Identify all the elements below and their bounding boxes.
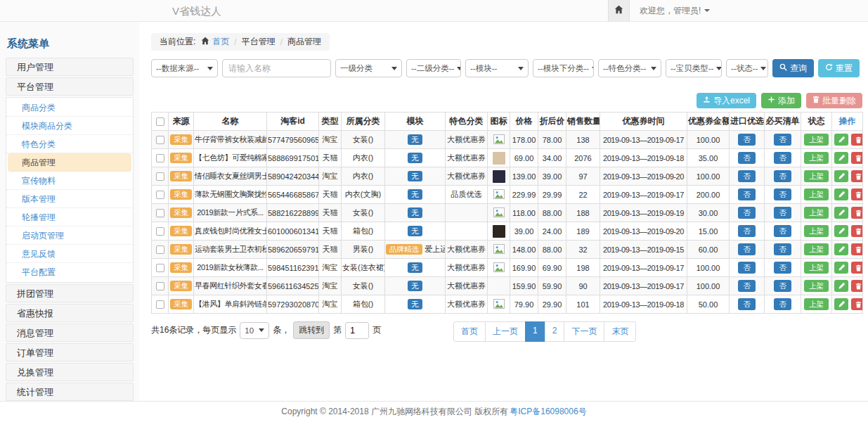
status-badge[interactable]: 上架 xyxy=(804,243,829,256)
icp-link[interactable]: 粤ICP备16098006号 xyxy=(510,406,586,418)
status-badge[interactable]: 上架 xyxy=(804,207,829,219)
edit-button[interactable] xyxy=(834,280,848,292)
edit-button[interactable] xyxy=(834,170,848,182)
edit-button[interactable] xyxy=(834,225,848,237)
delete-button[interactable] xyxy=(851,280,863,292)
import-select-toggle[interactable]: 否 xyxy=(738,243,756,256)
page-button-首页[interactable]: 首页 xyxy=(453,321,486,342)
import-select-toggle[interactable]: 否 xyxy=(738,207,756,219)
delete-button[interactable] xyxy=(851,262,863,274)
reset-button[interactable]: 重置 xyxy=(818,59,860,77)
jump-button[interactable]: 跳转到 xyxy=(293,321,330,339)
sidebar-subitem-平台配置[interactable]: 平台配置 xyxy=(6,263,133,281)
row-checkbox[interactable] xyxy=(156,136,164,144)
status-badge[interactable]: 上架 xyxy=(804,134,829,146)
row-checkbox[interactable] xyxy=(156,227,164,236)
status-badge[interactable]: 上架 xyxy=(804,298,829,311)
import-excel-button[interactable]: 导入excel xyxy=(697,93,756,108)
edit-button[interactable] xyxy=(834,207,848,219)
sidebar-subitem-轮播管理[interactable]: 轮播管理 xyxy=(6,208,133,226)
import-select-toggle[interactable]: 否 xyxy=(738,188,756,201)
edit-button[interactable] xyxy=(834,243,848,255)
page-button-上一页[interactable]: 上一页 xyxy=(485,321,526,342)
delete-button[interactable] xyxy=(851,170,863,182)
import-select-toggle[interactable]: 否 xyxy=(738,225,756,238)
delete-button[interactable] xyxy=(851,298,863,310)
row-checkbox[interactable] xyxy=(156,191,164,199)
edit-button[interactable] xyxy=(834,152,848,164)
filter-select-3[interactable]: --二级分类-- xyxy=(406,59,461,77)
row-checkbox[interactable] xyxy=(156,245,164,254)
select-all-checkbox[interactable] xyxy=(156,117,164,126)
must-buy-toggle[interactable]: 否 xyxy=(774,134,791,146)
import-select-toggle[interactable]: 否 xyxy=(738,262,756,274)
filter-select-8[interactable]: --状态-- xyxy=(726,59,768,77)
page-button-下一页[interactable]: 下一页 xyxy=(564,321,604,342)
filter-select-7[interactable]: --宝贝类型-- xyxy=(666,59,722,77)
status-badge[interactable]: 上架 xyxy=(804,188,829,201)
sidebar-subitem-特色分类[interactable]: 特色分类 xyxy=(6,135,133,153)
sidebar-item-订单管理[interactable]: 订单管理 xyxy=(6,343,134,362)
import-select-toggle[interactable]: 否 xyxy=(738,170,756,183)
filter-select-5[interactable]: --模块下分类-- xyxy=(533,59,594,77)
must-buy-toggle[interactable]: 否 xyxy=(774,170,791,183)
page-number-input[interactable] xyxy=(345,322,369,339)
delete-button[interactable] xyxy=(851,225,863,237)
name-filter-input[interactable] xyxy=(222,59,331,77)
must-buy-toggle[interactable]: 否 xyxy=(774,262,791,274)
status-badge[interactable]: 上架 xyxy=(804,170,829,183)
delete-button[interactable] xyxy=(851,188,863,200)
page-button-末页[interactable]: 末页 xyxy=(604,321,636,342)
sidebar-subitem-模块商品分类[interactable]: 模块商品分类 xyxy=(6,117,133,135)
sidebar-item-用户管理[interactable]: 用户管理 xyxy=(6,58,134,76)
search-button[interactable]: 查询 xyxy=(772,59,814,77)
must-buy-toggle[interactable]: 否 xyxy=(774,152,791,165)
status-badge[interactable]: 上架 xyxy=(804,225,829,238)
sidebar-subitem-商品管理[interactable]: 商品管理 xyxy=(8,153,131,172)
sidebar-subitem-宣传物料[interactable]: 宣传物料 xyxy=(6,172,133,190)
home-button[interactable] xyxy=(608,0,630,21)
import-select-toggle[interactable]: 否 xyxy=(738,134,756,146)
edit-button[interactable] xyxy=(834,134,848,146)
sidebar-item-拼团管理[interactable]: 拼团管理 xyxy=(6,284,134,302)
batch-delete-button[interactable]: 批量删除 xyxy=(806,93,862,108)
delete-button[interactable] xyxy=(851,243,863,255)
must-buy-toggle[interactable]: 否 xyxy=(774,280,791,293)
status-badge[interactable]: 上架 xyxy=(804,152,829,165)
edit-button[interactable] xyxy=(834,262,848,274)
breadcrumb-home-link[interactable]: 首页 xyxy=(212,36,229,48)
row-checkbox[interactable] xyxy=(156,264,164,272)
sidebar-subitem-启动页管理[interactable]: 启动页管理 xyxy=(6,226,133,245)
page-button-1[interactable]: 1 xyxy=(525,321,545,342)
sidebar-item-兑换管理[interactable]: 兑换管理 xyxy=(6,363,134,381)
status-badge[interactable]: 上架 xyxy=(804,262,829,274)
filter-select-2[interactable]: 一级分类 xyxy=(335,59,402,77)
sidebar-subitem-商品分类[interactable]: 商品分类 xyxy=(6,98,133,117)
row-checkbox[interactable] xyxy=(156,209,164,217)
edit-button[interactable] xyxy=(834,298,848,310)
delete-button[interactable] xyxy=(851,134,863,146)
sidebar-item-省惠快报[interactable]: 省惠快报 xyxy=(6,304,134,322)
sidebar-subitem-版本管理[interactable]: 版本管理 xyxy=(6,190,133,208)
sidebar-item-消息管理[interactable]: 消息管理 xyxy=(6,324,134,342)
row-checkbox[interactable] xyxy=(156,282,164,290)
filter-select-0[interactable]: --数据来源-- xyxy=(151,59,218,77)
filter-select-4[interactable]: --模块-- xyxy=(465,59,529,77)
sidebar-item-统计管理[interactable]: 统计管理 xyxy=(6,383,134,401)
user-menu[interactable]: 欢迎您，管理员! xyxy=(640,5,710,17)
must-buy-toggle[interactable]: 否 xyxy=(774,225,791,238)
import-select-toggle[interactable]: 否 xyxy=(738,152,756,165)
add-button[interactable]: 添加 xyxy=(761,93,801,108)
row-checkbox[interactable] xyxy=(156,172,164,181)
row-checkbox[interactable] xyxy=(156,154,164,162)
delete-button[interactable] xyxy=(851,152,863,164)
must-buy-toggle[interactable]: 否 xyxy=(774,298,791,311)
filter-select-6[interactable]: --特色分类-- xyxy=(598,59,661,77)
edit-button[interactable] xyxy=(834,188,848,200)
status-badge[interactable]: 上架 xyxy=(804,280,829,293)
must-buy-toggle[interactable]: 否 xyxy=(774,207,791,219)
row-checkbox[interactable] xyxy=(156,300,164,309)
sidebar-subitem-意见反馈[interactable]: 意见反馈 xyxy=(6,245,133,263)
must-buy-toggle[interactable]: 否 xyxy=(774,243,791,256)
must-buy-toggle[interactable]: 否 xyxy=(774,188,791,201)
